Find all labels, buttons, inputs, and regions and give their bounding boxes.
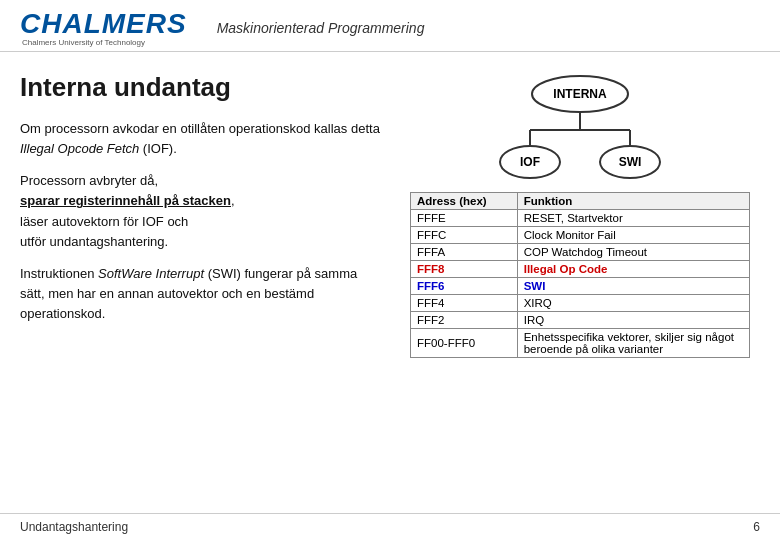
table-cell-func: COP Watchdog Timeout [517, 244, 749, 261]
table-cell-addr: FFFE [411, 210, 518, 227]
table-col2-header: Funktion [517, 193, 749, 210]
logo-text: CHALMERS [20, 8, 187, 40]
table-col1-header: Adress (hex) [411, 193, 518, 210]
table-row: FF00-FFF0Enhetsspecifika vektorer, skilj… [411, 329, 750, 358]
table-cell-func: IRQ [517, 312, 749, 329]
footer-left: Undantagshantering [20, 520, 128, 534]
table-cell-addr: FFF8 [411, 261, 518, 278]
left-panel: Interna undantag Om processorn avkodar e… [20, 72, 380, 358]
table-cell-addr: FFF6 [411, 278, 518, 295]
table-cell-addr: FF00-FFF0 [411, 329, 518, 358]
address-table: Adress (hex) Funktion FFFERESET, Startve… [410, 192, 750, 358]
svg-text:SWI: SWI [619, 155, 642, 169]
table-cell-func: Illegal Op Code [517, 261, 749, 278]
table-cell-func: SWI [517, 278, 749, 295]
right-panel: INTERNA IOF SWI Adress (hex) Funktion [400, 72, 760, 358]
footer: Undantagshantering 6 [0, 513, 780, 540]
header-title: Maskinorienterad Programmering [217, 20, 425, 36]
table-cell-addr: FFF2 [411, 312, 518, 329]
svg-text:IOF: IOF [520, 155, 540, 169]
main-content: Interna undantag Om processorn avkodar e… [0, 52, 780, 358]
table-row: FFF6SWI [411, 278, 750, 295]
footer-right: 6 [753, 520, 760, 534]
table-cell-addr: FFFA [411, 244, 518, 261]
table-row: FFF8Illegal Op Code [411, 261, 750, 278]
diagram-svg: INTERNA IOF SWI [470, 72, 690, 182]
table-row: FFFCClock Monitor Fail [411, 227, 750, 244]
table-cell-addr: FFFC [411, 227, 518, 244]
table-cell-addr: FFF4 [411, 295, 518, 312]
body-paragraph-1: Om processorn avkodar en otillåten opera… [20, 119, 380, 159]
table-cell-func: RESET, Startvektor [517, 210, 749, 227]
table-row: FFF2IRQ [411, 312, 750, 329]
page-heading: Interna undantag [20, 72, 380, 103]
table-row: FFFACOP Watchdog Timeout [411, 244, 750, 261]
table-cell-func: XIRQ [517, 295, 749, 312]
table-cell-func: Enhetsspecifika vektorer, skiljer sig nå… [517, 329, 749, 358]
svg-text:INTERNA: INTERNA [553, 87, 607, 101]
table-cell-func: Clock Monitor Fail [517, 227, 749, 244]
logo-block: CHALMERS Chalmers University of Technolo… [20, 8, 187, 47]
body-paragraph-2: Processorn avbryter då, sparar registeri… [20, 171, 380, 252]
table-row: FFF4XIRQ [411, 295, 750, 312]
header: CHALMERS Chalmers University of Technolo… [0, 0, 780, 52]
logo-sub: Chalmers University of Technology [22, 38, 187, 47]
body-paragraph-3: Instruktionen SoftWare Interrupt (SWI) f… [20, 264, 380, 324]
table-row: FFFERESET, Startvektor [411, 210, 750, 227]
